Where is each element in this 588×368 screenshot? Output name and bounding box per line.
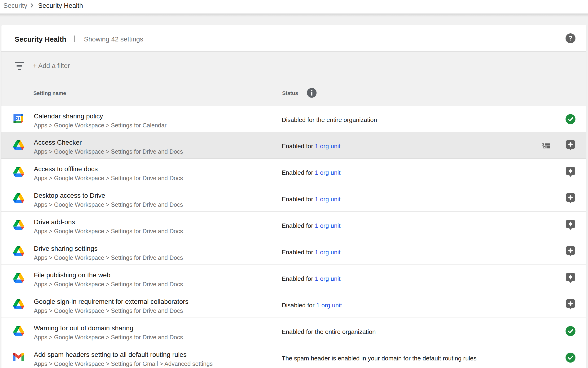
svg-text:31: 31 <box>16 116 21 121</box>
